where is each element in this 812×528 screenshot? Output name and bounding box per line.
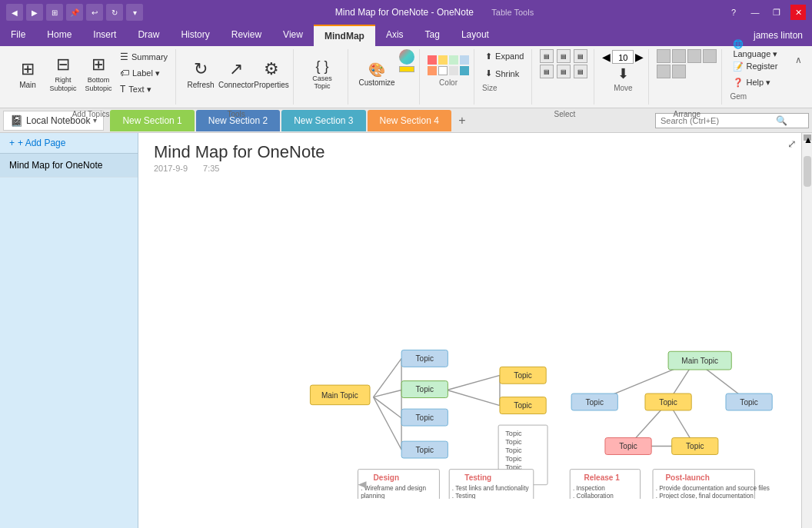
scrollbar-thumb[interactable] xyxy=(804,156,811,187)
section-tab-new-section-4[interactable]: New Section 4 xyxy=(368,110,451,131)
pin-button[interactable]: 📌 xyxy=(66,4,83,21)
expand-content-button[interactable]: ⤢ xyxy=(787,138,797,150)
svg-text:. Project close, final documen: . Project close, final documentation xyxy=(656,493,754,499)
add-page-button[interactable]: + + Add Page xyxy=(0,133,138,154)
svg-text:. Test links and functionality: . Test links and functionality xyxy=(452,485,530,492)
group-add-topics: ⊞ Main ⊟ RightSubtopic ⊞ BottomSubtopic … xyxy=(6,49,176,105)
undo-button[interactable]: ↩ xyxy=(86,4,103,21)
restore-button[interactable]: ❐ xyxy=(769,5,784,20)
svg-text:Topic: Topic xyxy=(686,442,704,450)
bottom-subtopic-icon: ⊞ xyxy=(92,55,105,75)
add-section-button[interactable]: + xyxy=(453,111,471,130)
tab-mindmap[interactable]: MindMap xyxy=(314,25,375,46)
page-date: 2017-9-9 xyxy=(154,164,188,173)
svg-text:Topic: Topic xyxy=(514,401,531,410)
tab-view[interactable]: View xyxy=(272,25,314,46)
add-topics-small-group: ☰ Summary 🏷 Label ▾ T Text ▾ xyxy=(117,49,171,97)
redo-button[interactable]: ↻ xyxy=(106,4,123,21)
register-button[interactable]: 📝 Register xyxy=(730,60,780,73)
svg-line-3 xyxy=(374,397,402,450)
summary-button[interactable]: ☰ Summary xyxy=(117,49,171,65)
tab-home[interactable]: Home xyxy=(36,25,82,46)
back-button[interactable]: ◀ xyxy=(6,4,23,21)
cases-topic-icon: { } xyxy=(316,58,329,75)
properties-button[interactable]: ⚙ Properties xyxy=(255,49,288,98)
add-page-label: + Add Page xyxy=(18,138,65,148)
content-area: ⤢ Mind Map for OneNote 2017-9-9 7:35 xyxy=(138,133,812,528)
scroll-up-button[interactable]: ▲ xyxy=(804,134,811,141)
right-subtopic-button[interactable]: ⊟ RightSubtopic xyxy=(46,49,80,98)
tab-tag[interactable]: Tag xyxy=(414,25,451,46)
forward-button[interactable]: ▶ xyxy=(26,4,43,21)
svg-text:. Inspection: . Inspection xyxy=(573,485,605,492)
select-grid: ▤ ▤ ▤ ▤ ▤ ▤ xyxy=(540,49,589,78)
quick-access-toolbar: ◀ ▶ ⊞ 📌 ↩ ↻ ▾ xyxy=(6,4,143,21)
svg-text:. Wireframe and design: . Wireframe and design xyxy=(361,485,426,492)
tab-review[interactable]: Review xyxy=(221,25,272,46)
move-right-button[interactable]: ▶ xyxy=(635,51,644,63)
text-button[interactable]: T Text ▾ xyxy=(117,81,171,97)
move-value[interactable]: 10 xyxy=(612,50,634,64)
ribbon-tab-bar: File Home Insert Draw History Review Vie… xyxy=(0,25,812,46)
main-icon: ⊞ xyxy=(21,59,35,79)
refresh-button[interactable]: ↻ Refresh xyxy=(184,49,218,98)
page-item-mind-map[interactable]: Mind Map for OneNote xyxy=(0,154,138,178)
connector-button[interactable]: ↗ Connector xyxy=(219,49,253,98)
label-button[interactable]: 🏷 Label ▾ xyxy=(117,65,171,81)
tab-axis[interactable]: Axis xyxy=(375,25,414,46)
tab-file[interactable]: File xyxy=(0,25,36,46)
svg-text:Topic: Topic xyxy=(659,398,677,407)
properties-icon: ⚙ xyxy=(264,59,279,79)
svg-line-5 xyxy=(447,375,499,390)
group-customize: 🎨 Customize xyxy=(351,49,420,105)
group-select: ▤ ▤ ▤ ▤ ▤ ▤ Select xyxy=(535,49,594,105)
language-button[interactable]: 🌐 Language ▾ xyxy=(730,42,783,57)
group-size: ⬆ Expand ⬇ Shrink Size xyxy=(478,49,532,105)
section-tab-new-section-3[interactable]: New Section 3 xyxy=(281,110,365,131)
mind-map-canvas[interactable]: Main Topic Topic Topic Topic Topic Topic… xyxy=(138,176,812,499)
help-button[interactable]: ? xyxy=(726,5,741,20)
tab-history[interactable]: History xyxy=(170,25,220,46)
summary-icon: ☰ xyxy=(120,51,128,62)
search-icon[interactable]: 🔍 xyxy=(776,115,787,126)
gem-label: Gem xyxy=(730,92,747,101)
group-gem: 🌐 Language ▾ 📝 Register ❓ Help ▾ Gem xyxy=(725,49,787,105)
select-label: Select xyxy=(535,110,594,118)
mind-map-svg: Main Topic Topic Topic Topic Topic Topic… xyxy=(138,176,812,499)
group-move: ◀ 10 ▶ ⬇ Move xyxy=(597,49,649,105)
customize-quick-access[interactable]: ▾ xyxy=(126,4,143,21)
color-label: Color xyxy=(439,78,458,87)
vertical-scrollbar[interactable]: ▲ ▼ xyxy=(801,133,812,528)
expand-button[interactable]: ⬆ Expand xyxy=(482,49,527,64)
collapse-ribbon-button[interactable]: ∧ xyxy=(790,52,806,68)
window-title: Mind Map for OneNote - OneNote Table Too… xyxy=(143,7,726,18)
toggle-button[interactable]: ⊞ xyxy=(46,4,63,21)
label-icon: 🏷 xyxy=(120,68,129,78)
group-arrange: Arrange xyxy=(652,49,722,105)
svg-text:Topic: Topic xyxy=(514,371,531,380)
color-swatch xyxy=(399,66,414,72)
customize-button[interactable]: 🎨 Customize xyxy=(356,49,398,98)
timeline-svg: 2017/8 2017/10 2017/12 2018/2 2017/9 201… xyxy=(154,499,812,528)
group-cases-topic: { } CasesTopic xyxy=(297,49,348,105)
bottom-subtopic-button[interactable]: ⊞ BottomSubtopic xyxy=(82,49,115,98)
main-button[interactable]: ⊞ Main xyxy=(11,49,45,98)
group-tools: ↻ Refresh ↗ Connector ⚙ Properties Tools xyxy=(179,49,294,105)
tab-insert[interactable]: Insert xyxy=(82,25,127,46)
svg-text:Topic: Topic xyxy=(505,430,522,437)
help-ribbon-button[interactable]: ❓ Help ▾ xyxy=(730,76,774,89)
minimize-button[interactable]: — xyxy=(747,5,763,20)
tab-draw[interactable]: Draw xyxy=(127,25,170,46)
move-left-button[interactable]: ◀ xyxy=(602,51,611,63)
color-wheel-icon xyxy=(399,49,414,65)
cases-topic-button[interactable]: { } CasesTopic xyxy=(301,49,343,98)
svg-text:Topic: Topic xyxy=(505,447,522,454)
svg-text:Topic: Topic xyxy=(505,438,522,446)
svg-text:planning: planning xyxy=(361,493,384,499)
move-controls: ◀ 10 ▶ xyxy=(602,50,644,64)
shrink-button[interactable]: ⬇ Shrink xyxy=(482,67,522,81)
close-button[interactable]: ✕ xyxy=(790,5,806,20)
move-down-button[interactable]: ⬇ xyxy=(617,65,629,82)
refresh-icon: ↻ xyxy=(194,59,208,79)
tab-layout[interactable]: Layout xyxy=(451,25,500,46)
